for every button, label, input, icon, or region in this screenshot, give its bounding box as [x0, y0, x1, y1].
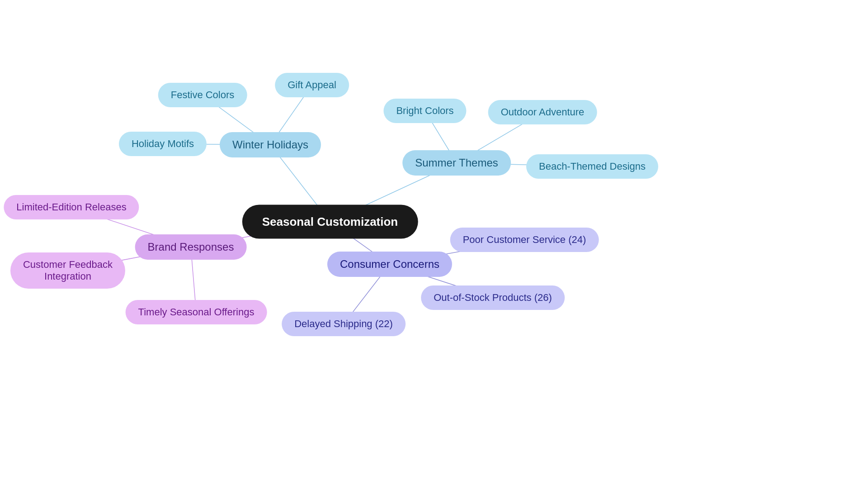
node-poor-customer[interactable]: Poor Customer Service (24) — [450, 228, 599, 252]
node-summer-themes[interactable]: Summer Themes — [402, 150, 511, 176]
node-customer-feedback[interactable]: Customer Feedback Integration — [10, 252, 125, 289]
node-gift-appeal[interactable]: Gift Appeal — [275, 73, 349, 97]
center-node[interactable]: Seasonal Customization — [242, 205, 418, 239]
connections-svg — [0, 0, 868, 490]
node-bright-colors[interactable]: Bright Colors — [383, 99, 466, 123]
node-holiday-motifs[interactable]: Holiday Motifs — [119, 132, 207, 156]
mind-map: Seasonal Customization Winter Holidays F… — [0, 0, 868, 490]
node-brand-responses[interactable]: Brand Responses — [135, 234, 247, 260]
node-delayed-shipping[interactable]: Delayed Shipping (22) — [282, 312, 406, 336]
node-beach-themed[interactable]: Beach-Themed Designs — [526, 154, 658, 179]
node-out-of-stock[interactable]: Out-of-Stock Products (26) — [421, 285, 565, 310]
node-limited-edition[interactable]: Limited-Edition Releases — [4, 195, 139, 219]
node-outdoor-adventure[interactable]: Outdoor Adventure — [488, 100, 597, 124]
node-festive-colors[interactable]: Festive Colors — [158, 83, 247, 107]
node-winter-holidays[interactable]: Winter Holidays — [220, 132, 321, 157]
node-timely-seasonal[interactable]: Timely Seasonal Offerings — [126, 300, 267, 324]
node-consumer-concerns[interactable]: Consumer Concerns — [327, 252, 452, 277]
